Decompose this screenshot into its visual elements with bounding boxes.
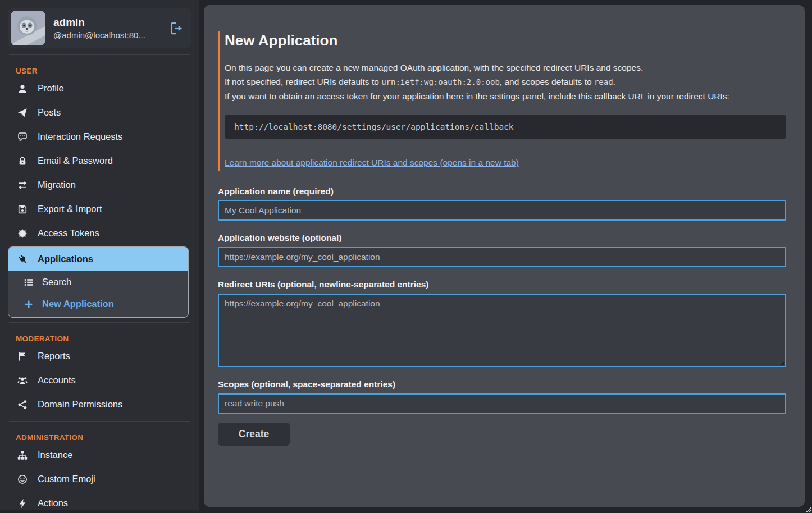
sidebar-divider bbox=[9, 54, 190, 55]
lock-icon bbox=[17, 156, 28, 166]
application-website-field[interactable] bbox=[218, 247, 786, 267]
users-icon bbox=[17, 375, 28, 386]
page-title: New Application bbox=[225, 32, 786, 49]
settings-sidebar: admin @admin@localhost:80... USER Profil… bbox=[0, 0, 199, 510]
share-nodes-icon bbox=[17, 400, 28, 410]
sloth-avatar bbox=[11, 11, 45, 45]
sidebar-item-profile[interactable]: Profile bbox=[0, 76, 199, 100]
oob-uri-code: urn:ietf:wg:oauth:2.0:oob bbox=[381, 77, 500, 86]
sign-out-icon[interactable] bbox=[168, 20, 184, 36]
smiley-icon bbox=[17, 474, 28, 484]
seal-icon bbox=[17, 228, 28, 239]
sidebar-divider bbox=[9, 322, 190, 323]
bolt-icon bbox=[17, 498, 28, 509]
sidebar-item-label: Applications bbox=[38, 254, 93, 264]
sidebar-item-export-import[interactable]: Export & Import bbox=[0, 197, 199, 221]
sidebar-item-label: Accounts bbox=[38, 375, 76, 386]
application-name-label: Application name (required) bbox=[218, 186, 786, 196]
sidebar-subitem-search[interactable]: Search bbox=[8, 271, 188, 293]
intro-line-1: On this page you can create a new manage… bbox=[225, 61, 786, 75]
sidebar-item-domain-permissions[interactable]: Domain Permissions bbox=[0, 392, 199, 416]
intro-text-segment: , and scopes defaults to bbox=[500, 77, 594, 86]
sidebar-item-label: Instance bbox=[38, 450, 72, 460]
user-handle: @admin@localhost:80... bbox=[53, 30, 161, 40]
plug-icon bbox=[17, 254, 29, 264]
read-scope-code: read bbox=[594, 77, 613, 86]
floppy-disk-icon bbox=[17, 204, 28, 214]
user-name: admin bbox=[53, 16, 161, 29]
sidebar-divider bbox=[9, 421, 190, 422]
user-card[interactable]: admin @admin@localhost:80... bbox=[8, 8, 191, 48]
sidebar-item-email-password[interactable]: Email & Password bbox=[0, 149, 199, 173]
new-application-panel: New Application On this page you can cre… bbox=[204, 5, 805, 507]
sidebar-item-label: Domain Permissions bbox=[38, 399, 122, 410]
application-name-field[interactable] bbox=[218, 200, 786, 221]
window-resize-grip[interactable] bbox=[804, 505, 811, 512]
sitemap-icon bbox=[17, 450, 28, 460]
sidebar-item-applications-selected[interactable]: Applications bbox=[8, 247, 188, 271]
intro-text-segment: If not specified, redirect URIs defaults… bbox=[225, 77, 381, 86]
sidebar-subitem-label: New Application bbox=[42, 299, 114, 309]
sidebar-item-label: Profile bbox=[38, 83, 64, 94]
sidebar-item-label: Posts bbox=[38, 107, 61, 118]
sidebar-item-label: Migration bbox=[38, 180, 76, 190]
sidebar-item-migration[interactable]: Migration bbox=[0, 173, 199, 197]
intro-line-2: If not specified, redirect URIs defaults… bbox=[225, 75, 786, 89]
scopes-field[interactable] bbox=[218, 393, 786, 414]
plus-icon bbox=[23, 299, 34, 309]
intro-line-3: If you want to obtain an access token fo… bbox=[225, 89, 786, 103]
redirect-uris-field[interactable] bbox=[218, 294, 786, 367]
list-icon bbox=[23, 277, 34, 287]
intro-text-segment: . bbox=[613, 77, 615, 86]
sidebar-subitem-label: Search bbox=[42, 277, 71, 287]
sidebar-item-actions[interactable]: Actions bbox=[0, 491, 199, 510]
sidebar-item-label: Interaction Requests bbox=[38, 131, 122, 142]
sidebar-item-label: Access Tokens bbox=[38, 228, 99, 239]
sidebar-item-label: Reports bbox=[38, 351, 70, 361]
sidebar-item-custom-emoji[interactable]: Custom Emoji bbox=[0, 467, 199, 491]
create-button[interactable]: Create bbox=[218, 423, 290, 446]
section-label-moderation: MODERATION bbox=[16, 335, 199, 343]
sidebar-item-label: Email & Password bbox=[38, 155, 113, 166]
sidebar-item-label: Export & Import bbox=[38, 204, 102, 214]
application-website-label: Application website (optional) bbox=[218, 233, 786, 243]
flag-icon bbox=[17, 351, 28, 361]
paper-plane-icon bbox=[17, 108, 28, 118]
arrows-left-right-icon bbox=[17, 180, 28, 190]
section-label-administration: ADMINISTRATION bbox=[16, 433, 199, 442]
user-icon bbox=[17, 84, 28, 94]
learn-more-link[interactable]: Learn more about application redirect UR… bbox=[225, 158, 519, 168]
sidebar-item-instance[interactable]: Instance bbox=[0, 443, 199, 467]
section-label-user: USER bbox=[16, 67, 199, 75]
sidebar-item-label: Custom Emoji bbox=[38, 474, 95, 484]
sidebar-item-access-tokens[interactable]: Access Tokens bbox=[0, 221, 199, 245]
callback-url-code-block: http://localhost:8080/settings/user/appl… bbox=[225, 115, 786, 139]
page-header: New Application On this page you can cre… bbox=[218, 31, 786, 171]
sidebar-item-label: Actions bbox=[38, 498, 68, 509]
redirect-uris-label: Redirect URIs (optional, newline-separat… bbox=[218, 280, 786, 290]
sidebar-subitem-new-application[interactable]: New Application bbox=[8, 293, 188, 317]
comment-dots-icon bbox=[17, 132, 28, 142]
sidebar-item-accounts[interactable]: Accounts bbox=[0, 368, 199, 392]
user-meta: admin @admin@localhost:80... bbox=[53, 16, 161, 40]
new-application-form: Application name (required) Application … bbox=[218, 186, 786, 446]
sidebar-item-interaction-requests[interactable]: Interaction Requests bbox=[0, 125, 199, 149]
sidebar-item-posts[interactable]: Posts bbox=[0, 100, 199, 125]
scopes-label: Scopes (optional, space-separated entrie… bbox=[218, 379, 786, 390]
sidebar-item-reports[interactable]: Reports bbox=[0, 344, 199, 368]
applications-group: Applications Search New Application bbox=[8, 246, 189, 318]
